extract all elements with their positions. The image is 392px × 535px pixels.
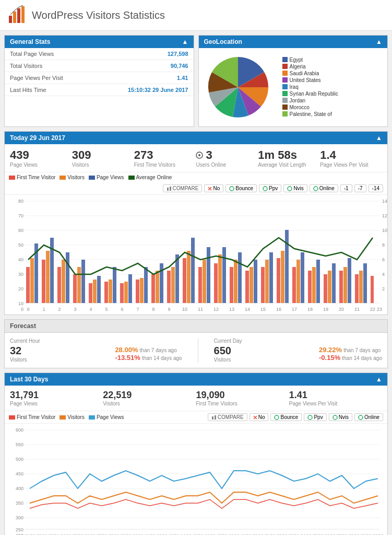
- last30-pageviews: 31,791 Page Views: [10, 390, 103, 406]
- stats-table: Total Page Views 127,598 Total Visitors …: [5, 48, 194, 96]
- svg-rect-97: [332, 263, 336, 303]
- minus7-button[interactable]: -7: [354, 184, 366, 192]
- svg-rect-78: [234, 260, 237, 303]
- svg-text:14: 14: [382, 199, 387, 204]
- table-row: Page Views Per Visit 1.41: [5, 72, 194, 84]
- general-stats-header: General Stats ▲: [5, 36, 194, 48]
- svg-rect-55: [113, 267, 116, 303]
- svg-text:8: 8: [152, 307, 155, 312]
- last30-first-time: 19,090 First Time Visitors: [196, 390, 289, 406]
- online-button[interactable]: Online: [310, 184, 338, 192]
- svg-text:11: 11: [198, 307, 203, 312]
- svg-text:50: 50: [18, 242, 23, 248]
- svg-text:7: 7: [136, 307, 139, 312]
- legend-color-pageviews: [89, 176, 95, 180]
- legend-avg-online: Average Online: [128, 175, 172, 180]
- svg-rect-1: [13, 11, 16, 23]
- svg-text:20: 20: [18, 286, 23, 292]
- svg-text:5: 5: [105, 307, 108, 312]
- svg-rect-82: [254, 260, 257, 303]
- svg-text:450: 450: [16, 471, 23, 476]
- svg-text:4: 4: [382, 272, 385, 277]
- svg-text:250: 250: [16, 527, 23, 532]
- today-collapse[interactable]: ▲: [376, 134, 382, 142]
- svg-rect-81: [250, 267, 253, 303]
- svg-text:13: 13: [229, 307, 234, 312]
- svg-text:17: 17: [292, 307, 297, 312]
- svg-text:21: 21: [354, 307, 360, 312]
- legend-item: United States: [282, 77, 338, 83]
- svg-rect-88: [285, 230, 289, 303]
- legend-visitors: Visitors: [60, 175, 85, 180]
- online-button-30[interactable]: Online: [354, 413, 383, 421]
- svg-rect-93: [312, 267, 316, 303]
- svg-text:350: 350: [16, 501, 23, 506]
- table-row: Total Page Views 127,598: [5, 48, 194, 60]
- nvis-button[interactable]: Nvis: [283, 184, 307, 192]
- svg-text:400: 400: [16, 486, 23, 491]
- compare-button[interactable]: COMPARE: [163, 184, 203, 192]
- svg-text:6: 6: [382, 257, 385, 262]
- ppv-button[interactable]: Ppv: [259, 184, 281, 192]
- legend-item: Saudi Arabia: [282, 71, 338, 76]
- svg-rect-44: [57, 267, 61, 303]
- last30-visitors: 22,519 Visitors: [103, 390, 196, 406]
- svg-point-136: [359, 415, 363, 420]
- svg-rect-62: [151, 274, 155, 303]
- svg-rect-99: [343, 267, 347, 303]
- svg-rect-39: [30, 258, 34, 303]
- bounce-button-30[interactable]: Bounce: [270, 413, 302, 421]
- svg-text:9: 9: [168, 307, 170, 312]
- minus14-button[interactable]: -14: [369, 184, 383, 192]
- svg-rect-96: [328, 271, 331, 303]
- last30-header: Last 30 Days ▲: [5, 373, 387, 386]
- svg-text:2: 2: [382, 286, 385, 292]
- svg-rect-60: [140, 278, 144, 303]
- geolocation-collapse[interactable]: ▲: [376, 38, 382, 45]
- svg-rect-56: [120, 283, 124, 303]
- minus1-button[interactable]: -1: [340, 184, 352, 192]
- legend-visitors-30: Visitors: [60, 414, 85, 420]
- svg-rect-49: [81, 260, 85, 303]
- no-button[interactable]: No: [204, 184, 223, 192]
- svg-rect-51: [93, 280, 97, 303]
- legend-item: Iraq: [282, 84, 338, 90]
- svg-text:80: 80: [18, 199, 23, 204]
- ppv-button-30[interactable]: Ppv: [304, 413, 326, 421]
- today-bar-chart: 80 70 60 50 40 30 20 10 0 14 12 10 8 6 4…: [5, 195, 387, 315]
- svg-rect-67: [175, 254, 179, 303]
- svg-rect-54: [109, 280, 112, 303]
- svg-rect-85: [269, 252, 273, 303]
- svg-text:0: 0: [27, 307, 29, 312]
- nvis-button-30[interactable]: Nvis: [329, 413, 352, 421]
- svg-text:10: 10: [382, 228, 387, 233]
- svg-text:14: 14: [245, 307, 250, 312]
- svg-rect-38: [26, 267, 30, 303]
- last30-ppv: 1.41 Page Views Per Visit: [289, 390, 382, 406]
- svg-point-5: [198, 154, 200, 156]
- today-stat-first-time: 273 First Time Visitors: [134, 148, 196, 168]
- svg-rect-61: [144, 267, 148, 303]
- svg-rect-71: [198, 267, 202, 303]
- compare-button-30[interactable]: COMPARE: [208, 413, 247, 421]
- svg-rect-48: [77, 267, 81, 303]
- general-stats-collapse[interactable]: ▲: [182, 38, 188, 45]
- no-button-30[interactable]: No: [250, 413, 269, 421]
- svg-text:23: 23: [377, 307, 382, 312]
- svg-point-12: [288, 187, 292, 191]
- last30-legend-bar: First Time Visitor Visitors Page Views C…: [5, 411, 387, 424]
- svg-text:70: 70: [18, 213, 23, 218]
- svg-text:10: 10: [182, 307, 187, 312]
- forecast-current-hour: Current Hour 32 Visitors: [10, 338, 99, 363]
- legend-first-time: First Time Visitor: [9, 175, 55, 180]
- bounce-button[interactable]: Bounce: [225, 184, 257, 192]
- last30-collapse[interactable]: ▲: [376, 376, 382, 383]
- svg-rect-103: [363, 263, 367, 303]
- svg-rect-80: [245, 271, 249, 303]
- svg-rect-72: [203, 260, 206, 303]
- today-header: Today 29 Jun 2017 ▲: [5, 132, 387, 144]
- app-icon: [8, 5, 27, 25]
- general-stats-panel: General Stats ▲ Total Page Views 127,598…: [4, 35, 194, 127]
- svg-text:600: 600: [16, 427, 23, 433]
- legend-pageviews: Page Views: [89, 175, 124, 180]
